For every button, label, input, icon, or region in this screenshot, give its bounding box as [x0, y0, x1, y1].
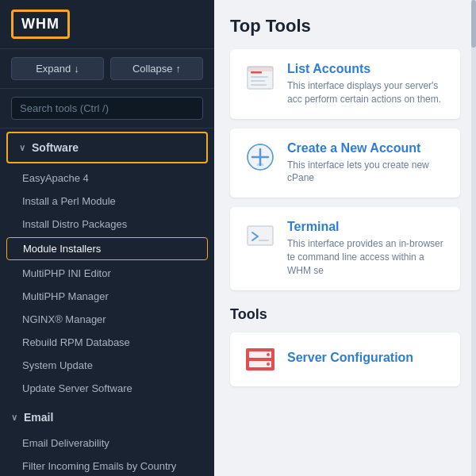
server-configuration-body: Server Configuration	[287, 351, 446, 368]
svg-rect-10	[257, 163, 263, 166]
nav-item-update-server-software[interactable]: Update Server Software	[0, 377, 214, 400]
svg-rect-11	[248, 226, 273, 245]
email-nav-items: Email Deliverability Filter Incoming Ema…	[0, 432, 214, 476]
nav-item-filter-incoming-emails-by-country[interactable]: Filter Incoming Emails by Country	[0, 455, 214, 476]
list-accounts-card[interactable]: List Accounts This interface displays yo…	[230, 49, 460, 119]
server-config-icon	[244, 344, 276, 375]
search-input[interactable]	[11, 97, 203, 120]
software-section-header[interactable]: ∨ Software	[6, 132, 208, 163]
scrollbar[interactable]	[471, 0, 476, 476]
sidebar: WHM Expand ↓ Collapse ↑ ∨ Software EasyA…	[0, 0, 214, 476]
expand-button[interactable]: Expand ↓	[11, 57, 104, 80]
create-account-body: Create a New Account This interface lets…	[287, 141, 446, 186]
svg-rect-3	[251, 80, 265, 82]
nav-item-install-distro-packages[interactable]: Install Distro Packages	[0, 213, 214, 236]
sidebar-actions: Expand ↓ Collapse ↑	[0, 49, 214, 89]
nav-item-nginx-manager[interactable]: NGINX® Manager	[0, 308, 214, 331]
email-section-header[interactable]: ∨ Email	[0, 403, 214, 432]
tools-section-title: Tools	[230, 306, 460, 323]
list-accounts-body: List Accounts This interface displays yo…	[287, 62, 446, 106]
terminal-body: Terminal This interface provides an in-b…	[287, 220, 446, 277]
list-accounts-title: List Accounts	[287, 62, 446, 76]
collapse-button[interactable]: Collapse ↑	[110, 57, 203, 80]
nav-item-easyapache4[interactable]: EasyApache 4	[0, 167, 214, 190]
create-account-title: Create a New Account	[287, 141, 446, 155]
list-accounts-desc: This interface displays your server's ac…	[287, 79, 446, 106]
svg-rect-1	[251, 71, 262, 74]
collapse-label: Collapse	[132, 63, 173, 75]
email-section: ∨ Email Email Deliverability Filter Inco…	[0, 400, 214, 476]
create-account-icon	[244, 141, 276, 173]
nav-item-install-perl-module[interactable]: Install a Perl Module	[0, 190, 214, 213]
software-section-label: Software	[32, 141, 79, 154]
create-account-desc: This interface lets you create new cPane	[287, 159, 446, 186]
software-nav-items: EasyApache 4 Install a Perl Module Insta…	[0, 167, 214, 400]
nav-item-module-installers[interactable]: Module Installers	[6, 237, 208, 260]
server-configuration-card[interactable]: Server Configuration	[230, 332, 460, 386]
nav-item-multiphp-ini-editor[interactable]: MultiPHP INI Editor	[0, 262, 214, 285]
svg-rect-5	[248, 67, 273, 71]
sidebar-logo-area: WHM	[0, 0, 214, 49]
svg-rect-4	[251, 84, 267, 86]
expand-label: Expand	[36, 63, 71, 75]
svg-point-16	[267, 353, 270, 356]
scrollbar-thumb[interactable]	[471, 0, 476, 48]
sidebar-search-area	[0, 89, 214, 129]
svg-rect-2	[251, 76, 268, 78]
terminal-desc: This interface provides an in-browser te…	[287, 237, 446, 277]
tools-section: Tools Server Configuration	[230, 306, 460, 386]
create-account-card[interactable]: Create a New Account This interface lets…	[230, 129, 460, 198]
list-accounts-icon	[244, 62, 276, 94]
nav-item-email-deliverability[interactable]: Email Deliverability	[0, 432, 214, 455]
collapse-arrow-icon: ↑	[176, 63, 182, 75]
whm-logo: WHM	[11, 10, 70, 39]
server-configuration-title: Server Configuration	[287, 351, 446, 365]
email-section-label: Email	[24, 411, 53, 424]
terminal-card[interactable]: Terminal This interface provides an in-b…	[230, 207, 460, 290]
top-tools-title: Top Tools	[230, 16, 460, 36]
nav-item-system-update[interactable]: System Update	[0, 354, 214, 377]
nav-item-rebuild-rpm-database[interactable]: Rebuild RPM Database	[0, 331, 214, 354]
terminal-icon	[244, 220, 276, 251]
terminal-title: Terminal	[287, 220, 446, 234]
expand-arrow-icon: ↓	[74, 63, 79, 75]
main-content: Top Tools List Accounts This interface d…	[214, 0, 476, 476]
nav-item-multiphp-manager[interactable]: MultiPHP Manager	[0, 285, 214, 308]
svg-point-17	[267, 363, 270, 366]
software-chevron-icon: ∨	[19, 143, 25, 153]
email-chevron-icon: ∨	[11, 413, 17, 423]
software-section: ∨ Software EasyApache 4 Install a Perl M…	[0, 129, 214, 400]
